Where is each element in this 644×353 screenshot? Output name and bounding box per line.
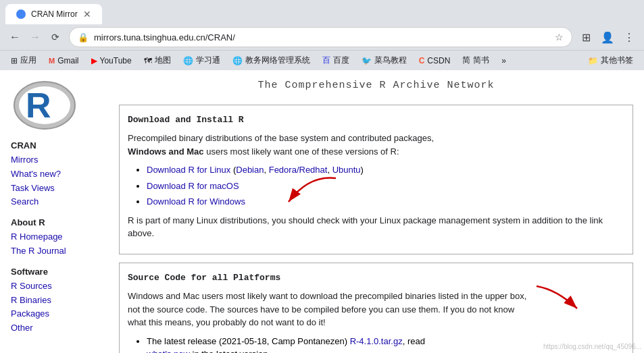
address-bar[interactable]: 🔒 mirrors.tuna.tsinghua.edu.cn/CRAN/ ☆: [69, 27, 572, 47]
bookmark-other[interactable]: 📁 其他书签: [583, 53, 639, 68]
back-button[interactable]: ←: [5, 28, 24, 47]
link-windows[interactable]: Download R for Windows: [147, 196, 245, 207]
sidebar-link-rhomepage[interactable]: R Homepage: [11, 230, 97, 244]
nav-buttons: ← → ⟳: [5, 28, 65, 47]
browser-actions: ⊞ 👤 ⋮: [576, 28, 639, 47]
watermark: https://blog.csdn.net/qq_45096...: [543, 343, 641, 350]
bookmark-xuexitong[interactable]: 🌐 学习通: [178, 53, 226, 68]
r-logo: R: [11, 78, 78, 132]
forward-button[interactable]: →: [26, 28, 45, 47]
download-box: Download and Install R Precompiled binar…: [119, 105, 633, 254]
bookmark-apps[interactable]: ⊞ 应用: [5, 53, 42, 68]
bookmark-jwgl[interactable]: 🌐 教务网络管理系统: [227, 53, 316, 68]
bookmarks-bar: ⊞ 应用 M Gmail ▶ YouTube 🗺 地图 🌐 学习通 🌐 教务网络…: [0, 50, 644, 70]
xuexitong-icon: 🌐: [183, 56, 193, 65]
bookmark-youtube[interactable]: ▶ YouTube: [86, 54, 137, 67]
page-title: The Comprehensive R Archive Network: [119, 78, 633, 94]
jwgl-icon: 🌐: [232, 56, 243, 65]
list-item-macos: Download R for macOS: [147, 180, 624, 193]
sidebar-link-other[interactable]: Other: [11, 321, 97, 335]
box1-title: Download and Install R: [128, 113, 624, 127]
link-whatsnew[interactable]: what's new: [147, 349, 190, 353]
link-debian[interactable]: Debian: [236, 165, 264, 175]
maps-icon: 🗺: [144, 56, 152, 65]
sidebar-link-rsources[interactable]: R Sources: [11, 279, 97, 294]
bookmark-star-icon[interactable]: ☆: [555, 32, 564, 43]
youtube-icon: ▶: [91, 56, 97, 65]
refresh-button[interactable]: ⟳: [46, 28, 65, 47]
sidebar-link-search[interactable]: Search: [11, 195, 97, 209]
baidu-icon: 百: [322, 55, 330, 66]
menu-button[interactable]: ⋮: [620, 28, 639, 47]
csdn-icon: C: [419, 56, 425, 65]
runoob-icon: 🐦: [362, 56, 372, 65]
bookmark-runoob[interactable]: 🐦 菜鸟教程: [356, 53, 412, 68]
sidebar-software-section: Software R Sources R Binaries Packages O…: [11, 267, 97, 335]
link-tarball[interactable]: R-4.1.0.tar.gz: [350, 336, 403, 346]
source-box: Source Code for all Platforms Windows an…: [119, 263, 633, 354]
sidebar-link-whatsnew[interactable]: What's new?: [11, 167, 97, 182]
sidebar-link-rjournal[interactable]: The R Journal: [11, 244, 97, 259]
software-heading: Software: [11, 267, 97, 277]
bookmark-more[interactable]: »: [496, 54, 512, 67]
list-item-windows: Download R for Windows: [147, 195, 624, 209]
sidebar-link-taskviews[interactable]: Task Views: [11, 182, 97, 196]
active-tab[interactable]: CRAN Mirror ✕: [5, 4, 102, 24]
box1-note: R is part of many Linux distributions, y…: [128, 214, 624, 240]
tab-bar: CRAN Mirror ✕: [0, 0, 644, 24]
link-macos[interactable]: Download R for macOS: [147, 181, 239, 191]
bookmark-csdn[interactable]: C CSDN: [414, 54, 456, 67]
url-text: mirrors.tuna.tsinghua.edu.cn/CRAN/: [94, 32, 549, 43]
sidebar-about-section: About R R Homepage The R Journal: [11, 217, 97, 259]
lock-icon: 🔒: [78, 32, 89, 43]
bookmark-maps[interactable]: 🗺 地图: [139, 53, 176, 68]
red-arrow-annotation-2: [530, 283, 584, 313]
about-heading: About R: [11, 217, 97, 227]
jianshu-icon: 简: [462, 55, 470, 66]
svg-text:R: R: [26, 86, 51, 125]
red-arrow-annotation: [268, 171, 349, 209]
sidebar: R CRAN Mirrors What's new? Task Views Se…: [0, 70, 108, 353]
browser-toolbar: ← → ⟳ 🔒 mirrors.tuna.tsinghua.edu.cn/CRA…: [0, 24, 644, 50]
tab-title: CRAN Mirror: [31, 9, 78, 19]
sidebar-link-mirrors[interactable]: Mirrors: [11, 153, 97, 167]
tab-close-button[interactable]: ✕: [83, 9, 91, 20]
main-content: The Comprehensive R Archive Network Down…: [108, 70, 644, 353]
sidebar-link-packages[interactable]: Packages: [11, 307, 97, 321]
download-links-list: Download R for Linux (Debian, Fedora/Red…: [128, 163, 624, 209]
bookmark-gmail[interactable]: M Gmail: [43, 54, 84, 67]
list-item-linux: Download R for Linux (Debian, Fedora/Red…: [147, 163, 624, 177]
box1-intro: Precompiled binary distributions of the …: [128, 132, 624, 158]
apps-icon: ⊞: [11, 56, 18, 65]
bold-text: Windows and Mac: [128, 146, 204, 157]
cran-heading: CRAN: [11, 140, 97, 151]
folder-icon: 📁: [588, 56, 598, 65]
bookmark-baidu[interactable]: 百 百度: [317, 53, 355, 68]
link-linux[interactable]: Download R for Linux: [147, 165, 230, 175]
profile-button[interactable]: 👤: [598, 28, 617, 47]
page-content: R CRAN Mirrors What's new? Task Views Se…: [0, 70, 644, 353]
tab-favicon: [16, 9, 26, 19]
sidebar-link-rbinaries[interactable]: R Binaries: [11, 294, 97, 308]
extensions-button[interactable]: ⊞: [576, 28, 595, 47]
bookmark-jianshu[interactable]: 简 简书: [457, 53, 495, 68]
sidebar-cran-section: CRAN Mirrors What's new? Task Views Sear…: [11, 140, 97, 209]
gmail-icon: M: [49, 57, 55, 65]
